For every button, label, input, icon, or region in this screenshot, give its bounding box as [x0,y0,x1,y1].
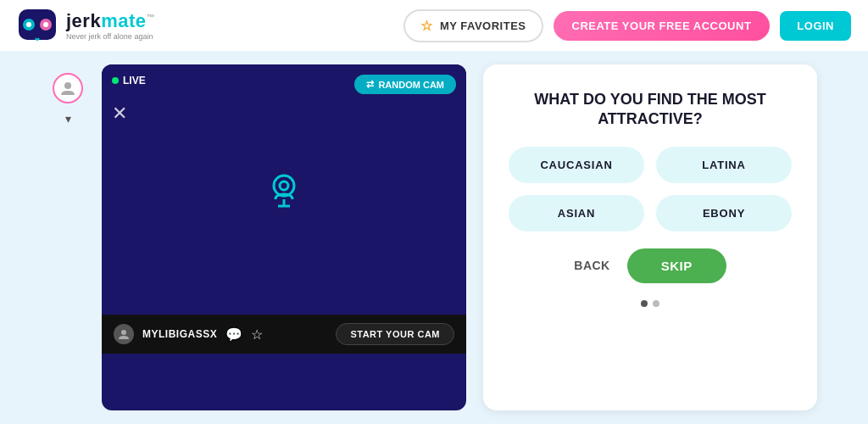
logo-tm: ™ [147,13,156,22]
video-bar-left: MYLIBIGASSX 💬 ☆ [114,324,263,344]
star-icon: ☆ [420,18,433,34]
logo-area: jerkmate™ Never jerk off alone again [17,8,155,43]
favorite-icon[interactable]: ☆ [251,326,263,343]
option-caucasian[interactable]: CAUCASIAN [509,147,644,183]
performer-avatar-icon [117,327,131,341]
random-cam-label: RANDOM CAM [378,80,444,90]
live-label: LIVE [123,75,146,86]
progress-dots [641,300,659,307]
live-badge: LIVE [112,75,146,86]
svg-point-10 [121,330,126,335]
question-title: WHAT DO YOU FIND THE MOST ATTRACTIVE? [515,90,786,130]
random-icon: ⇄ [366,79,374,90]
logo-icon [17,8,58,43]
header-nav: ☆ MY FAVORITES CREATE YOUR FREE ACCOUNT … [403,9,851,42]
create-account-button[interactable]: CREATE YOUR FREE ACCOUNT [554,11,771,41]
option-asian[interactable]: ASIAN [509,195,644,232]
svg-point-3 [26,22,31,27]
svg-point-6 [274,176,294,196]
question-panel: WHAT DO YOU FIND THE MOST ATTRACTIVE? CA… [483,64,817,410]
performer-name: MYLIBIGASSX [142,328,217,340]
chevron-down-icon[interactable]: ▾ [59,110,76,127]
option-ebony[interactable]: EBONY [656,195,792,232]
header: jerkmate™ Never jerk off alone again ☆ M… [0,0,868,51]
left-sidebar: ▾ [51,64,85,410]
svg-point-4 [43,22,48,27]
logo-text-area: jerkmate™ Never jerk off alone again [66,10,155,41]
action-row: BACK SKIP [509,248,792,283]
video-bar: MYLIBIGASSX 💬 ☆ START YOUR CAM [102,315,466,354]
live-dot [112,77,119,84]
avatar-icon [59,80,76,97]
close-icon[interactable]: ✕ [112,103,127,125]
main-content: ▾ LIVE ⇄ RANDOM CAM ✕ [0,51,868,424]
logo-name: jerkmate™ [66,10,155,32]
svg-point-7 [280,181,288,190]
favorites-button[interactable]: ☆ MY FAVORITES [403,9,542,42]
performer-avatar [114,324,134,344]
favorites-label: MY FAVORITES [440,20,526,32]
svg-point-5 [64,82,71,89]
skip-button[interactable]: SKIP [627,248,726,283]
webcam-icon [263,169,305,211]
option-latina[interactable]: LATINA [656,147,792,183]
user-avatar[interactable] [53,73,83,103]
progress-dot-1 [641,300,648,307]
back-button[interactable]: BACK [574,259,609,272]
start-cam-button[interactable]: START YOUR CAM [336,323,454,345]
video-container: LIVE ⇄ RANDOM CAM ✕ [102,64,466,410]
webcam-placeholder [263,169,305,211]
login-button[interactable]: LOGIN [780,11,851,41]
progress-dot-2 [653,300,659,307]
random-cam-button[interactable]: ⇄ RANDOM CAM [354,75,456,94]
video-screen: LIVE ⇄ RANDOM CAM ✕ [102,64,466,315]
logo-tagline: Never jerk off alone again [66,32,155,41]
chat-icon[interactable]: 💬 [225,326,242,343]
options-grid: CAUCASIAN LATINA ASIAN EBONY [509,147,792,232]
